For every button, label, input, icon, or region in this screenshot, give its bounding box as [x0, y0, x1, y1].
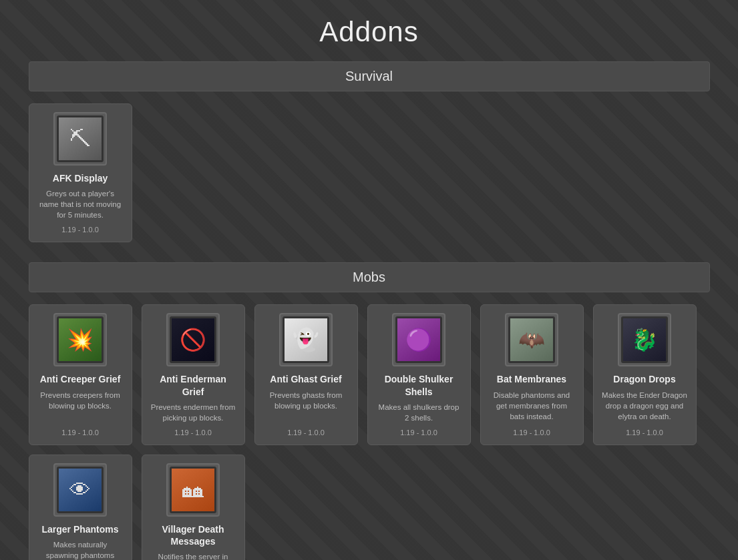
addon-icon-villager-death-messages: 🏘 [170, 467, 216, 513]
addon-icon-anti-creeper-grief: 💥 [57, 316, 104, 363]
addon-card-anti-enderman-grief[interactable]: 🚫Anti Enderman GriefPrevents endermen fr… [142, 304, 245, 445]
addon-version-anti-enderman-grief: 1.19 - 1.0.0 [174, 429, 212, 437]
addon-name-villager-death-messages: Villager Death Messages [150, 523, 236, 547]
addon-icon-bat-membranes: 🦇 [508, 316, 555, 363]
addon-card-dragon-drops[interactable]: 🐉Dragon DropsMakes the Ender Dragon drop… [593, 304, 697, 445]
section-header-mobs: Mobs [29, 262, 710, 292]
addon-name-anti-enderman-grief: Anti Enderman Grief [150, 373, 236, 397]
addon-description-larger-phantoms: Makes naturally spawning phantoms larger… [37, 539, 124, 560]
addon-icon-wrapper-anti-ghast-grief: 👻 [279, 313, 333, 366]
addon-icon-wrapper-dragon-drops: 🐉 [618, 313, 671, 366]
addon-card-anti-creeper-grief[interactable]: 💥Anti Creeper GriefPrevents creepers fro… [29, 304, 132, 445]
addon-card-villager-death-messages[interactable]: 🏘Villager Death MessagesNotifies the ser… [142, 455, 245, 560]
addon-name-afk-display: AFK Display [53, 172, 108, 184]
addon-icon-wrapper-bat-membranes: 🦇 [505, 313, 558, 366]
addon-icon-anti-enderman-grief: 🚫 [170, 316, 216, 363]
addon-version-bat-membranes: 1.19 - 1.0.0 [513, 429, 550, 437]
content-wrapper: Survival⛏AFK DisplayGreys out a player's… [15, 61, 723, 560]
addon-icon-dragon-drops: 🐉 [621, 316, 668, 363]
section-survival: Survival⛏AFK DisplayGreys out a player's… [29, 61, 710, 242]
addon-icon-double-shulker-shells: 🟣 [395, 316, 442, 363]
addons-grid-mobs: 💥Anti Creeper GriefPrevents creepers fro… [29, 304, 710, 560]
addon-icon-wrapper-villager-death-messages: 🏘 [166, 463, 220, 517]
addon-description-villager-death-messages: Notifies the server in chat when a villa… [150, 551, 236, 560]
addon-icon-wrapper-anti-enderman-grief: 🚫 [166, 313, 220, 366]
addon-version-anti-creeper-grief: 1.19 - 1.0.0 [61, 429, 99, 437]
addon-name-bat-membranes: Bat Membranes [497, 373, 566, 385]
addon-icon-wrapper-afk-display: ⛏ [53, 112, 107, 166]
addon-description-anti-enderman-grief: Prevents endermen from picking up blocks… [150, 402, 236, 423]
addon-description-anti-ghast-grief: Prevents ghasts from blowing up blocks. [263, 390, 349, 423]
addon-card-afk-display[interactable]: ⛏AFK DisplayGreys out a player's name th… [29, 103, 132, 242]
addon-card-larger-phantoms[interactable]: 👁Larger PhantomsMakes naturally spawning… [29, 455, 132, 560]
addon-icon-larger-phantoms: 👁 [57, 467, 104, 513]
addon-card-double-shulker-shells[interactable]: 🟣Double Shulker ShellsMakes all shulkers… [367, 304, 471, 445]
addon-version-dragon-drops: 1.19 - 1.0.0 [626, 429, 663, 437]
addon-version-anti-ghast-grief: 1.19 - 1.0.0 [287, 429, 325, 437]
addon-version-double-shulker-shells: 1.19 - 1.0.0 [400, 429, 437, 437]
addon-card-bat-membranes[interactable]: 🦇Bat MembranesDisable phantoms and get m… [480, 304, 584, 445]
addon-name-double-shulker-shells: Double Shulker Shells [376, 373, 462, 397]
addon-icon-wrapper-double-shulker-shells: 🟣 [392, 313, 445, 366]
addon-name-anti-creeper-grief: Anti Creeper Grief [40, 373, 121, 385]
section-mobs: Mobs💥Anti Creeper GriefPrevents creepers… [29, 262, 710, 560]
addon-version-afk-display: 1.19 - 1.0.0 [61, 226, 99, 234]
addon-description-afk-display: Greys out a player's name that is not mo… [37, 188, 124, 220]
section-header-survival: Survival [29, 61, 710, 91]
addon-icon-wrapper-larger-phantoms: 👁 [53, 463, 107, 517]
addon-name-dragon-drops: Dragon Drops [613, 373, 675, 385]
addon-description-dragon-drops: Makes the Ender Dragon drop a dragon egg… [602, 390, 688, 423]
addon-description-double-shulker-shells: Makes all shulkers drop 2 shells. [376, 402, 462, 423]
addon-icon-wrapper-anti-creeper-grief: 💥 [53, 313, 107, 366]
addon-card-anti-ghast-grief[interactable]: 👻Anti Ghast GriefPrevents ghasts from bl… [254, 304, 358, 445]
addon-icon-anti-ghast-grief: 👻 [283, 316, 329, 363]
addon-description-anti-creeper-grief: Prevents creepers from blowing up blocks… [37, 390, 124, 423]
addons-grid-survival: ⛏AFK DisplayGreys out a player's name th… [29, 103, 710, 242]
addon-name-anti-ghast-grief: Anti Ghast Grief [270, 373, 341, 385]
addon-icon-afk-display: ⛏ [57, 115, 104, 162]
addon-name-larger-phantoms: Larger Phantoms [41, 523, 118, 535]
addon-description-bat-membranes: Disable phantoms and get membranes from … [489, 390, 575, 423]
page-title: Addons [0, 0, 738, 61]
